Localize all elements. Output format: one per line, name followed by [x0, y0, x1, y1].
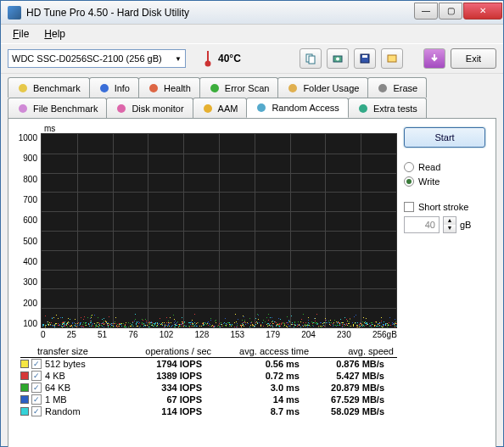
drive-select[interactable]: WDC SSC-D0256SC-2100 (256 gB) ▼: [8, 49, 186, 68]
tab-icon: [255, 102, 267, 114]
speed-value: 67.529 MB/s: [300, 394, 384, 405]
result-row: ✓512 bytes1794 IOPS0.56 ms0.876 MB/s: [20, 358, 397, 370]
svg-rect-3: [309, 56, 315, 64]
svg-rect-0: [207, 51, 209, 62]
ops-value: 1794 IOPS: [109, 359, 202, 369]
save-button[interactable]: [354, 48, 376, 69]
tab-icon: [17, 103, 29, 115]
x-axis: 0255176102128153179204230256gB: [14, 330, 397, 339]
checkbox-icon: [404, 202, 414, 212]
app-window: HD Tune Pro 4.50 - Hard Disk Utility — ▢…: [0, 0, 504, 447]
access-value: 3.0 ms: [202, 383, 300, 393]
radio-icon: [404, 162, 414, 172]
tab-label: Info: [115, 83, 130, 93]
ops-value: 67 IOPS: [109, 394, 202, 405]
tab-disk-monitor[interactable]: Disk monitor: [106, 98, 193, 118]
screenshot-button[interactable]: [327, 48, 349, 69]
svg-point-16: [117, 104, 126, 113]
result-row: ✓4 KB1389 IOPS0.72 ms5.427 MB/s: [20, 370, 397, 382]
tab-health[interactable]: Health: [138, 77, 200, 98]
svg-point-15: [19, 104, 27, 113]
svg-point-10: [100, 84, 109, 92]
speed-value: 5.427 MB/s: [300, 371, 384, 381]
spin-buttons[interactable]: ▲▼: [443, 216, 456, 233]
svg-point-14: [378, 84, 387, 92]
col-transfer-size: transfer size: [37, 346, 118, 356]
svg-rect-7: [362, 55, 367, 58]
series-swatch: [20, 395, 29, 404]
svg-point-18: [257, 103, 266, 112]
transfer-size: 1 MB: [45, 394, 109, 405]
access-value: 0.56 ms: [202, 359, 300, 369]
close-button[interactable]: ✕: [463, 3, 502, 20]
app-icon: [8, 6, 21, 20]
series-swatch: [20, 360, 29, 368]
tab-error-scan[interactable]: Error Scan: [199, 77, 279, 98]
tab-icon: [115, 103, 127, 115]
tab-file-benchmark[interactable]: File Benchmark: [8, 98, 107, 118]
short-stroke-value[interactable]: [404, 216, 440, 233]
svg-point-11: [149, 84, 158, 92]
menu-file[interactable]: File: [6, 26, 36, 42]
tab-label: Extra tests: [373, 103, 417, 114]
refresh-button[interactable]: [423, 48, 445, 69]
speed-value: 58.029 MB/s: [300, 406, 384, 416]
minimize-button[interactable]: —: [414, 3, 438, 20]
svg-point-12: [210, 84, 219, 92]
access-value: 0.72 ms: [202, 371, 300, 381]
stroke-unit: gB: [460, 220, 471, 230]
result-row: ✓Random114 IOPS8.7 ms58.029 MB/s: [20, 405, 397, 417]
toolbar: WDC SSC-D0256SC-2100 (256 gB) ▼ 40°C Exi…: [1, 43, 503, 74]
tab-label: AAM: [218, 103, 238, 114]
tab-random-access[interactable]: Random Access: [246, 98, 348, 118]
speed-value: 0.876 MB/s: [300, 359, 384, 369]
maximize-button[interactable]: ▢: [439, 3, 462, 20]
tab-aam[interactable]: AAM: [193, 98, 248, 118]
series-checkbox[interactable]: ✓: [31, 383, 42, 393]
tab-label: Error Scan: [225, 83, 270, 93]
tab-icon: [148, 82, 160, 94]
titlebar: HD Tune Pro 4.50 - Hard Disk Utility — ▢…: [1, 1, 503, 25]
transfer-size: 512 bytes: [45, 359, 109, 369]
series-swatch: [20, 407, 29, 416]
options-button[interactable]: [381, 48, 403, 69]
short-stroke-check[interactable]: Short stroke: [404, 202, 490, 212]
series-swatch: [20, 372, 29, 380]
tab-benchmark[interactable]: Benchmark: [8, 77, 90, 98]
copy-button[interactable]: [300, 48, 322, 69]
tab-icon: [98, 82, 110, 94]
window-title: HD Tune Pro 4.50 - Hard Disk Utility: [26, 7, 414, 19]
series-checkbox[interactable]: ✓: [31, 371, 42, 381]
chevron-down-icon: ▼: [175, 55, 182, 63]
tab-erase[interactable]: Erase: [367, 77, 427, 98]
chart-plot: [41, 133, 397, 328]
tab-label: Random Access: [272, 103, 339, 113]
y-axis-unit: ms: [14, 124, 397, 133]
tab-extra-tests[interactable]: Extra tests: [348, 98, 427, 118]
svg-point-5: [336, 58, 339, 61]
tab-icon: [377, 82, 389, 94]
series-checkbox[interactable]: ✓: [31, 359, 42, 369]
start-button[interactable]: Start: [404, 127, 485, 148]
tab-info[interactable]: Info: [89, 77, 139, 98]
results-table: transfer size operations / sec avg. acce…: [14, 346, 397, 417]
speed-value: 20.879 MB/s: [300, 383, 384, 393]
ops-value: 114 IOPS: [109, 406, 202, 416]
side-panel: Start Read Write Short stroke ▲▼ gB: [404, 124, 490, 447]
read-radio[interactable]: Read: [404, 162, 490, 172]
tab-folder-usage[interactable]: Folder Usage: [277, 77, 368, 98]
col-speed: avg. speed: [309, 346, 394, 356]
tab-label: File Benchmark: [33, 103, 98, 114]
thermometer-icon: [203, 50, 213, 67]
ops-value: 334 IOPS: [109, 383, 202, 393]
exit-button[interactable]: Exit: [451, 48, 496, 69]
series-checkbox[interactable]: ✓: [31, 394, 42, 405]
svg-point-1: [205, 61, 211, 67]
transfer-size: 4 KB: [45, 371, 109, 381]
transfer-size: 64 KB: [45, 383, 109, 393]
menu-help[interactable]: Help: [37, 26, 72, 42]
series-checkbox[interactable]: ✓: [31, 406, 42, 416]
tab-icon: [287, 82, 299, 94]
svg-point-13: [288, 84, 297, 92]
write-radio[interactable]: Write: [404, 176, 490, 187]
